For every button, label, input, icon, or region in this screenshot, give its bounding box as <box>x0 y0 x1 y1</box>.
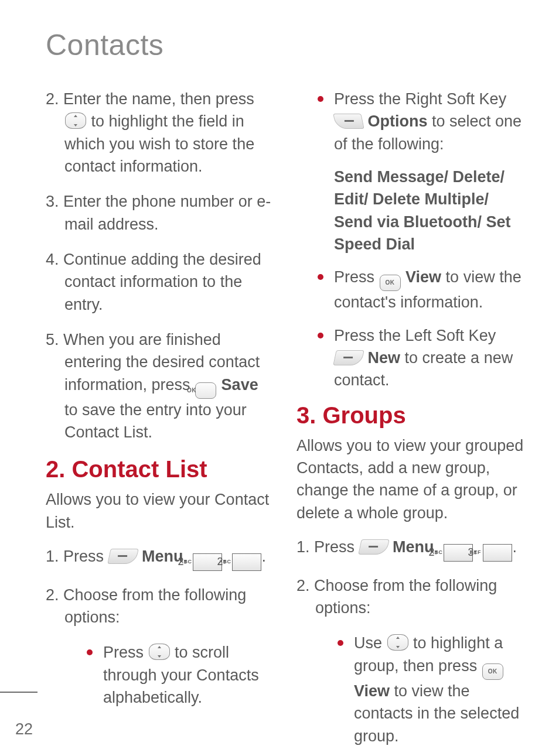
page-title: Contacts <box>46 28 524 62</box>
text: Press the Left Soft Key <box>334 327 496 344</box>
ok-key-icon: OK <box>482 663 503 680</box>
text: Press <box>334 268 379 286</box>
bullet-new: Press the Left Soft Key New to create a … <box>318 324 524 392</box>
text: to save the entry into your Contact List… <box>64 401 247 441</box>
text: to highlight the field in which you wish… <box>64 112 254 175</box>
period: . <box>513 538 517 556</box>
contact-list-intro: Allows you to view your Contact List. <box>46 488 273 533</box>
nav-key-icon <box>149 644 170 660</box>
text: Press <box>103 644 148 661</box>
options-list: Send Message/ Delete/ Edit/ Delete Multi… <box>334 166 524 255</box>
left-softkey-icon <box>358 539 390 555</box>
period: . <box>262 548 267 565</box>
nav-key-icon <box>387 634 408 651</box>
nav-key-icon <box>65 112 86 129</box>
key-3-icon: 3DEF <box>483 544 512 562</box>
footer-rule <box>0 692 38 693</box>
cl-step-2: 2. Choose from the following options: <box>46 584 273 629</box>
step-4: 4. Continue adding the desired contact i… <box>46 248 273 316</box>
menu-label: Menu <box>393 538 434 556</box>
text: Press the Right Soft Key <box>334 90 506 108</box>
step-2: 2. Enter the name, then press to highlig… <box>46 88 273 177</box>
g-bullet-view: Use to highlight a group, then press OK … <box>338 632 524 747</box>
text: Use <box>354 634 387 652</box>
cl-bullet-scroll: Press to scroll through your Contacts al… <box>87 641 273 709</box>
save-label: Save <box>221 376 258 394</box>
content-columns: 2. Enter the name, then press to highlig… <box>46 88 524 747</box>
page-number: 22 <box>15 720 33 738</box>
ok-key-icon: OK <box>195 382 216 399</box>
menu-label: Menu <box>142 548 183 565</box>
text: 1. Press <box>46 548 108 565</box>
bullet-view: Press OK View to view the contact's info… <box>318 266 524 313</box>
left-softkey-icon <box>333 350 364 365</box>
left-softkey-icon <box>107 549 139 564</box>
manual-page: Contacts 2. Enter the name, then press t… <box>0 0 559 756</box>
bullet-options: Press the Right Soft Key Options to sele… <box>318 88 524 155</box>
text: 1. Press <box>296 538 359 556</box>
right-softkey-icon <box>333 114 364 129</box>
key-2-icon: 2ABC <box>232 553 261 571</box>
groups-intro: Allows you to view your grouped Contacts… <box>296 435 524 524</box>
g-step-2: 2. Choose from the following options: <box>296 574 524 620</box>
step-3: 3. Enter the phone number or e-mail addr… <box>46 190 273 235</box>
step-5: 5. When you are finished entering the de… <box>46 329 273 443</box>
section-groups: 3. Groups <box>296 402 524 429</box>
ok-key-icon: OK <box>380 275 401 291</box>
view-label: View <box>405 268 441 286</box>
text: 2. Enter the name, then press <box>46 90 254 108</box>
options-label: Options <box>368 112 428 130</box>
g-step-1: 1. Press Menu, 2ABC, 3DEF. <box>296 536 524 562</box>
section-contact-list: 2. Contact List <box>46 456 273 483</box>
cl-step-1: 1. Press Menu, 2ABC, 2ABC. <box>46 545 273 571</box>
view-label: View <box>354 682 390 700</box>
new-label: New <box>368 349 401 367</box>
